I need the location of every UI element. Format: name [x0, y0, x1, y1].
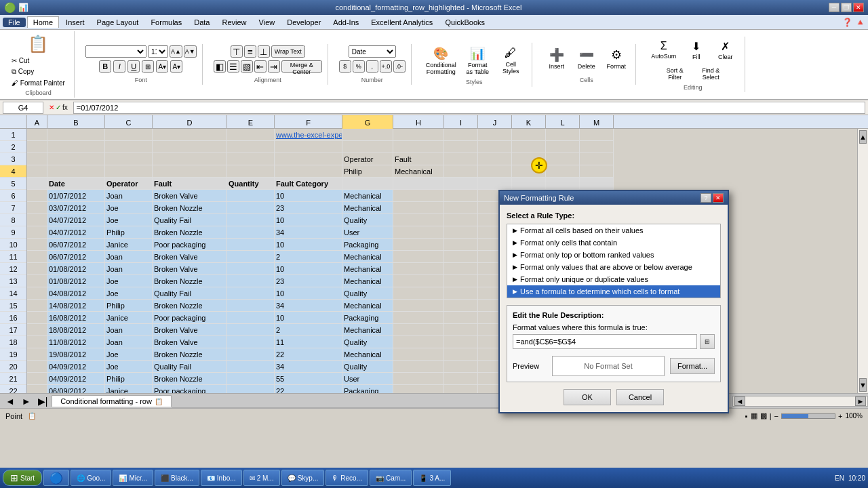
- row-num-3[interactable]: 3: [0, 153, 26, 165]
- taskbar-app-8[interactable]: 🎙 Reco...: [326, 470, 368, 486]
- cell-8-4[interactable]: [227, 214, 275, 226]
- cell-6-7[interactable]: [393, 190, 444, 202]
- cell-17-3[interactable]: Broken Valve: [153, 324, 227, 336]
- cell-8-7[interactable]: [393, 214, 444, 226]
- cell-17-4[interactable]: [227, 324, 275, 336]
- cell-18-5[interactable]: 11: [275, 336, 342, 348]
- cell-2-2[interactable]: [105, 141, 153, 153]
- cell-14-8[interactable]: [444, 287, 478, 300]
- cell-4-11[interactable]: [546, 165, 580, 178]
- cell-19-1[interactable]: 19/08/2012: [47, 348, 105, 361]
- cell-19-2[interactable]: Joe: [105, 348, 153, 361]
- rule-type-1[interactable]: ▶ Format only cells that contain: [507, 237, 720, 249]
- cell-4-6[interactable]: Philip: [342, 165, 393, 178]
- row-num-20[interactable]: 20: [0, 361, 26, 373]
- cell-16-6[interactable]: Packaging: [342, 312, 393, 324]
- menu-file[interactable]: File: [3, 18, 26, 27]
- cell-7-4[interactable]: [227, 202, 275, 214]
- cell-10-6[interactable]: Packaging: [342, 239, 393, 251]
- format-button[interactable]: Format...: [670, 358, 715, 374]
- cell-2-0[interactable]: [27, 141, 47, 153]
- menu-home[interactable]: Home: [27, 16, 59, 28]
- cell-2-9[interactable]: [478, 141, 512, 153]
- formula-confirm-icon[interactable]: ✓: [56, 104, 61, 111]
- menu-page-layout[interactable]: Page Layout: [92, 17, 144, 28]
- cell-20-4[interactable]: [227, 361, 275, 373]
- cell-22-5[interactable]: 22: [275, 385, 342, 393]
- rule-type-5[interactable]: ▶ Use a formula to determine which cells…: [507, 285, 720, 298]
- menu-formulas[interactable]: Formulas: [145, 17, 187, 28]
- cell-1-11[interactable]: [546, 129, 580, 141]
- cell-14-0[interactable]: [27, 287, 47, 300]
- cell-16-0[interactable]: [27, 312, 47, 324]
- font-name-select[interactable]: [85, 45, 146, 58]
- col-header-J[interactable]: J: [478, 115, 512, 129]
- cell-12-4[interactable]: [227, 263, 275, 275]
- cell-4-2[interactable]: [105, 165, 153, 178]
- taskbar-app-4[interactable]: ⬛ Black...: [155, 470, 199, 486]
- cell-5-11[interactable]: [546, 178, 580, 190]
- cell-8-2[interactable]: Joe: [105, 214, 153, 226]
- cell-6-4[interactable]: [227, 190, 275, 202]
- cell-7-6[interactable]: Mechanical: [342, 202, 393, 214]
- cell-4-3[interactable]: [153, 165, 227, 178]
- cell-20-3[interactable]: Quality Fail: [153, 361, 227, 373]
- cell-19-6[interactable]: Mechanical: [342, 348, 393, 361]
- cell-20-2[interactable]: Joe: [105, 361, 153, 373]
- grid[interactable]: www.the-excel-expert.comOperatorFaultPhi…: [27, 129, 857, 393]
- cell-16-2[interactable]: Janice: [105, 312, 153, 324]
- col-header-B[interactable]: B: [47, 115, 105, 129]
- dialog-cancel-button[interactable]: Cancel: [616, 389, 664, 405]
- align-left-button[interactable]: ◧: [214, 60, 226, 73]
- menu-review[interactable]: Review: [216, 17, 252, 28]
- help-icon[interactable]: ❓: [842, 18, 852, 27]
- cell-21-0[interactable]: [27, 373, 47, 385]
- menu-addins[interactable]: Add-Ins: [328, 17, 364, 28]
- cell-5-4[interactable]: Quantity: [227, 178, 275, 190]
- align-middle-button[interactable]: ≡: [244, 45, 256, 58]
- cell-18-2[interactable]: Joan: [105, 336, 153, 348]
- col-header-F[interactable]: F: [275, 115, 342, 129]
- cell-17-0[interactable]: [27, 324, 47, 336]
- cell-17-1[interactable]: 18/08/2012: [47, 324, 105, 336]
- cell-13-2[interactable]: Joe: [105, 275, 153, 287]
- cell-9-3[interactable]: Broken Nozzle: [153, 226, 227, 239]
- cell-10-5[interactable]: 10: [275, 239, 342, 251]
- close-button[interactable]: ✕: [853, 3, 864, 12]
- font-color-button[interactable]: A▾: [170, 60, 182, 73]
- cell-16-8[interactable]: [444, 312, 478, 324]
- cell-3-2[interactable]: [105, 153, 153, 165]
- cell-6-0[interactable]: [27, 190, 47, 202]
- increase-font-button[interactable]: A▲: [170, 45, 182, 58]
- name-box[interactable]: [3, 102, 43, 114]
- cell-20-1[interactable]: 04/09/2012: [47, 361, 105, 373]
- col-header-C[interactable]: C: [105, 115, 153, 129]
- dialog-ok-button[interactable]: OK: [564, 389, 611, 405]
- cell-8-3[interactable]: Quality Fail: [153, 214, 227, 226]
- cell-13-5[interactable]: 23: [275, 275, 342, 287]
- cell-15-5[interactable]: 34: [275, 300, 342, 312]
- cell-6-1[interactable]: 01/07/2012: [47, 190, 105, 202]
- row-num-11[interactable]: 11: [0, 251, 26, 263]
- cell-1-1[interactable]: [47, 129, 105, 141]
- dialog-titlebar[interactable]: New Formatting Rule ? ✕: [500, 191, 728, 205]
- number-format-select[interactable]: Date: [349, 45, 396, 58]
- cell-8-8[interactable]: [444, 214, 478, 226]
- row-num-21[interactable]: 21: [0, 373, 26, 385]
- cell-7-7[interactable]: [393, 202, 444, 214]
- cell-11-1[interactable]: 06/07/2012: [47, 251, 105, 263]
- cell-21-2[interactable]: Philip: [105, 373, 153, 385]
- cell-5-5[interactable]: Fault Category: [275, 178, 342, 190]
- cell-17-7[interactable]: [393, 324, 444, 336]
- horizontal-scrollbar[interactable]: ◄ ►: [732, 396, 868, 407]
- col-header-M[interactable]: M: [580, 115, 614, 129]
- copy-button[interactable]: ⧉ Copy: [8, 66, 68, 77]
- cell-10-4[interactable]: [227, 239, 275, 251]
- align-top-button[interactable]: ⊤: [231, 45, 243, 58]
- cell-5-10[interactable]: [512, 178, 546, 190]
- cell-18-1[interactable]: 11/08/2012: [47, 336, 105, 348]
- cell-7-8[interactable]: [444, 202, 478, 214]
- dialog-close-button[interactable]: ✕: [713, 193, 724, 203]
- cell-21-1[interactable]: 04/09/2012: [47, 373, 105, 385]
- row-num-14[interactable]: 14: [0, 287, 26, 300]
